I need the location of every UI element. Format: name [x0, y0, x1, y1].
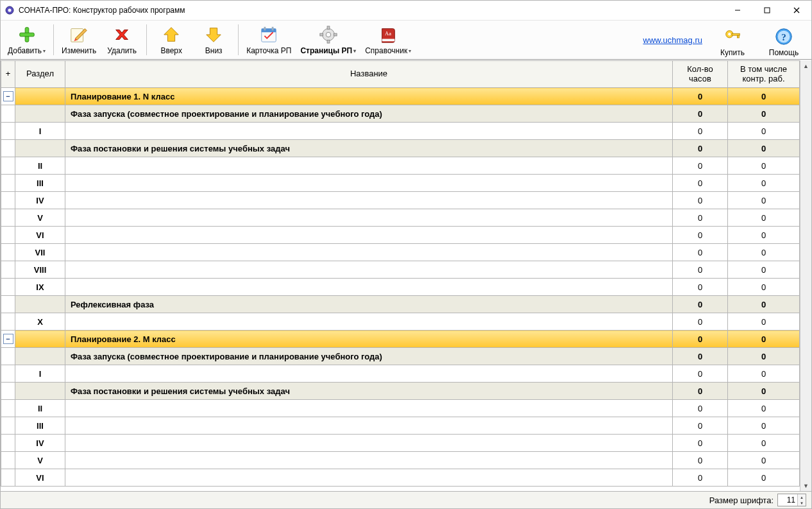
table-row[interactable]: −Планирование 2. M класс00 — [1, 331, 800, 348]
table-row[interactable]: V00 — [1, 452, 800, 469]
table-row[interactable]: V00 — [1, 209, 800, 227]
table-row[interactable]: I00 — [1, 123, 800, 140]
hours-cell[interactable]: 0 — [673, 417, 728, 435]
hours-cell[interactable]: 0 — [673, 88, 728, 105]
hours-cell[interactable]: 0 — [673, 140, 728, 157]
section-cell[interactable]: IV — [15, 435, 65, 452]
hours-cell[interactable]: 0 — [673, 296, 728, 313]
kontr-cell[interactable]: 0 — [728, 192, 800, 209]
section-cell[interactable] — [15, 88, 65, 105]
hours-cell[interactable]: 0 — [673, 209, 728, 227]
name-cell[interactable]: Фаза запуска (совместное проектирование … — [65, 105, 673, 123]
table-row[interactable]: IX00 — [1, 279, 800, 296]
kontr-cell[interactable]: 0 — [728, 313, 800, 331]
table-row[interactable]: IV00 — [1, 435, 800, 452]
table-row[interactable]: VI00 — [1, 469, 800, 487]
buy-button[interactable]: Купить — [711, 24, 754, 59]
expand-cell[interactable]: − — [1, 88, 15, 105]
hours-cell[interactable]: 0 — [673, 452, 728, 469]
name-cell[interactable] — [65, 157, 673, 175]
kontr-cell[interactable]: 0 — [728, 261, 800, 279]
section-cell[interactable]: VIII — [15, 261, 65, 279]
name-cell[interactable] — [65, 261, 673, 279]
hours-cell[interactable]: 0 — [673, 279, 728, 296]
font-size-spinner[interactable]: ▲ ▼ — [777, 494, 806, 506]
collapse-icon[interactable]: − — [3, 334, 13, 344]
section-cell[interactable]: III — [15, 175, 65, 192]
hours-cell[interactable]: 0 — [673, 383, 728, 400]
font-size-input[interactable] — [778, 494, 797, 506]
col-header-expand[interactable]: + — [1, 61, 15, 88]
hours-cell[interactable]: 0 — [673, 244, 728, 261]
kontr-cell[interactable]: 0 — [728, 435, 800, 452]
scroll-up-button[interactable]: ▲ — [800, 60, 811, 71]
kontr-cell[interactable]: 0 — [728, 452, 800, 469]
name-cell[interactable]: Планирование 2. M класс — [65, 331, 673, 348]
hours-cell[interactable]: 0 — [673, 175, 728, 192]
col-header-kontr[interactable]: В том числе контр. раб. — [728, 61, 800, 88]
name-cell[interactable] — [65, 279, 673, 296]
window-minimize-button[interactable] — [723, 1, 752, 20]
hours-cell[interactable]: 0 — [673, 313, 728, 331]
name-cell[interactable] — [65, 435, 673, 452]
table-row[interactable]: III00 — [1, 417, 800, 435]
name-cell[interactable] — [65, 452, 673, 469]
section-cell[interactable]: V — [15, 209, 65, 227]
col-header-name[interactable]: Название — [65, 61, 673, 88]
name-cell[interactable] — [65, 313, 673, 331]
section-cell[interactable]: IX — [15, 279, 65, 296]
table-row[interactable]: Фаза постановки и решения системы учебны… — [1, 140, 800, 157]
hours-cell[interactable]: 0 — [673, 331, 728, 348]
section-cell[interactable]: I — [15, 365, 65, 383]
delete-button[interactable]: Удалить — [101, 22, 143, 57]
name-cell[interactable] — [65, 469, 673, 487]
hours-cell[interactable]: 0 — [673, 400, 728, 417]
kontr-cell[interactable]: 0 — [728, 157, 800, 175]
pages-button[interactable]: Страницы РП▾ — [296, 22, 360, 57]
section-cell[interactable] — [15, 105, 65, 123]
section-cell[interactable]: III — [15, 417, 65, 435]
add-button[interactable]: Добавить▾ — [3, 22, 50, 57]
hours-cell[interactable]: 0 — [673, 192, 728, 209]
name-cell[interactable] — [65, 175, 673, 192]
kontr-cell[interactable]: 0 — [728, 331, 800, 348]
table-row[interactable]: VI00 — [1, 227, 800, 244]
table-row[interactable]: IV00 — [1, 192, 800, 209]
website-link-text[interactable]: www.uchmag.ru — [643, 35, 702, 45]
name-cell[interactable]: Фаза постановки и решения системы учебны… — [65, 140, 673, 157]
kontr-cell[interactable]: 0 — [728, 175, 800, 192]
table-row[interactable]: Фаза запуска (совместное проектирование … — [1, 348, 800, 365]
section-cell[interactable] — [15, 383, 65, 400]
kontr-cell[interactable]: 0 — [728, 296, 800, 313]
col-header-hours[interactable]: Кол-во часов — [673, 61, 728, 88]
website-link[interactable]: www.uchmag.ru — [643, 35, 702, 45]
name-cell[interactable] — [65, 400, 673, 417]
edit-button[interactable]: Изменить — [57, 22, 101, 57]
table-row[interactable]: −Планирование 1. N класс00 — [1, 88, 800, 105]
section-cell[interactable] — [15, 296, 65, 313]
hours-cell[interactable]: 0 — [673, 469, 728, 487]
kontr-cell[interactable]: 0 — [728, 140, 800, 157]
section-cell[interactable]: IV — [15, 192, 65, 209]
section-cell[interactable]: V — [15, 452, 65, 469]
kontr-cell[interactable]: 0 — [728, 244, 800, 261]
name-cell[interactable]: Рефлексивная фаза — [65, 296, 673, 313]
hours-cell[interactable]: 0 — [673, 157, 728, 175]
section-cell[interactable]: II — [15, 157, 65, 175]
section-cell[interactable] — [15, 331, 65, 348]
section-cell[interactable]: VII — [15, 244, 65, 261]
font-size-up[interactable]: ▲ — [798, 494, 806, 500]
section-cell[interactable]: X — [15, 313, 65, 331]
kontr-cell[interactable]: 0 — [728, 123, 800, 140]
section-cell[interactable]: VI — [15, 227, 65, 244]
hours-cell[interactable]: 0 — [673, 435, 728, 452]
kontr-cell[interactable]: 0 — [728, 365, 800, 383]
name-cell[interactable]: Фаза запуска (совместное проектирование … — [65, 348, 673, 365]
kontr-cell[interactable]: 0 — [728, 88, 800, 105]
help-button[interactable]: ? Помощь — [763, 24, 805, 59]
kontr-cell[interactable]: 0 — [728, 348, 800, 365]
expand-cell[interactable]: − — [1, 331, 15, 348]
window-maximize-button[interactable] — [752, 1, 782, 20]
up-button[interactable]: Вверх — [150, 22, 192, 57]
card-button[interactable]: Карточка РП — [242, 22, 296, 57]
